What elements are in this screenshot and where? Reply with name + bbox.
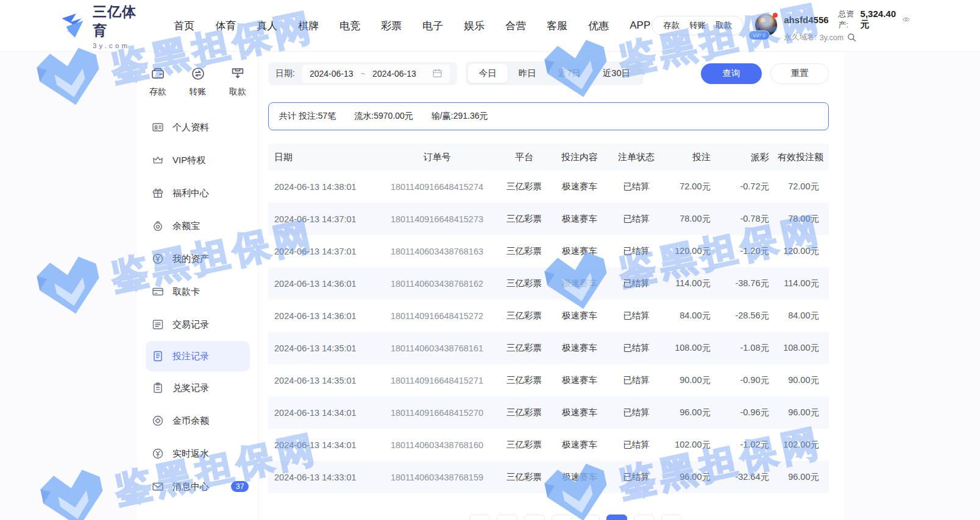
page-button[interactable] xyxy=(524,515,545,520)
table-cell: -1.08元 xyxy=(717,342,775,354)
page-button[interactable] xyxy=(634,515,655,520)
table-cell: 已结算 xyxy=(608,374,664,386)
table-cell: 84.00元 xyxy=(664,310,717,321)
nav-item[interactable]: 真人 xyxy=(255,15,279,37)
range-option[interactable]: 近7日 xyxy=(547,64,592,83)
bet-record-icon xyxy=(152,350,164,362)
quick-range-group: 今日昨日近7日近30日 xyxy=(466,61,644,85)
main-content: 日期: 2024-06-13 ~ 2024-06-13 今日昨日近7日近30日 … xyxy=(259,52,844,520)
table-cell: 极速赛车 xyxy=(551,342,608,354)
quick-action[interactable]: 转账 xyxy=(190,66,207,97)
sidebar-item[interactable]: 福利中心 xyxy=(146,177,250,209)
sidebar-item[interactable]: 消息中心37 xyxy=(146,470,250,503)
sidebar-item-label: VIP特权 xyxy=(172,155,205,166)
table-cell: 72.00元 xyxy=(664,181,717,192)
sidebar-item[interactable]: 投注记录 xyxy=(146,341,250,371)
range-option[interactable]: 今日 xyxy=(468,64,508,83)
quick-action[interactable]: 取款 xyxy=(229,66,246,97)
nav-item[interactable]: 彩票 xyxy=(380,15,403,37)
date-to[interactable]: 2024-06-13 xyxy=(372,69,416,79)
deposit-wallet-icon xyxy=(151,66,165,81)
table-cell: 96.00元 xyxy=(775,471,829,483)
bank-card-icon xyxy=(152,286,164,298)
page-button[interactable] xyxy=(661,515,682,520)
table-cell: 1801140603438768163 xyxy=(377,247,497,256)
sidebar-item[interactable]: 金币余额 xyxy=(146,404,250,437)
query-button[interactable]: 查询 xyxy=(701,63,762,84)
table-cell: -32.64元 xyxy=(717,471,775,483)
wallet-action[interactable]: 转账 xyxy=(689,20,706,31)
search-icon[interactable] xyxy=(847,32,857,43)
table-cell: 102.00元 xyxy=(775,439,829,451)
table-cell: -0.72元 xyxy=(717,181,775,192)
nav-item[interactable]: 客服 xyxy=(545,15,569,37)
sidebar-item[interactable]: 我的资产 xyxy=(146,242,250,275)
page-button[interactable] xyxy=(552,515,572,520)
table-cell: 2024-06-13 14:36:01 xyxy=(268,279,377,289)
sidebar-item-label: 我的资产 xyxy=(172,253,209,265)
table-cell: 120.00元 xyxy=(664,245,717,257)
table-cell: 1801140603438768162 xyxy=(377,279,497,289)
nav-item[interactable]: APP xyxy=(628,16,652,35)
sidebar-item[interactable]: 余额宝 xyxy=(146,209,250,242)
page-button[interactable] xyxy=(606,515,627,520)
watermark-logo-icon xyxy=(31,248,109,326)
table-row: 2024-06-13 14:37:011801140603438768163三亿… xyxy=(268,235,829,267)
wallet-action[interactable]: 存款 xyxy=(663,20,680,31)
brand[interactable]: 三亿体育 3y.com xyxy=(58,2,143,49)
table-cell: -28.56元 xyxy=(717,310,775,321)
table-row: 2024-06-13 14:35:011801140603438768161三亿… xyxy=(268,332,829,364)
reset-button[interactable]: 重置 xyxy=(770,63,829,84)
date-from[interactable]: 2024-06-13 xyxy=(310,69,353,79)
nav-item[interactable]: 电子 xyxy=(421,15,444,37)
table-row: 2024-06-13 14:38:011801140916648415274三亿… xyxy=(268,170,829,203)
user-info: ahsfd4556 总资产: 5,324.40元 永久域名: 3y.com xyxy=(784,9,912,43)
transfer-icon xyxy=(191,66,205,81)
page-button[interactable] xyxy=(497,515,517,520)
nav-item[interactable]: 娱乐 xyxy=(463,15,486,37)
nav-item[interactable]: 优惠 xyxy=(587,15,610,37)
table-row: 2024-06-13 14:36:011801140603438768162三亿… xyxy=(268,267,829,300)
quick-action[interactable]: 存款 xyxy=(149,66,166,97)
table-cell: 极速赛车 xyxy=(551,181,608,192)
range-option[interactable]: 昨日 xyxy=(508,64,547,83)
sidebar-item[interactable]: 兑奖记录 xyxy=(146,371,250,404)
eye-icon[interactable] xyxy=(901,15,912,24)
sidebar-item[interactable]: 个人资料 xyxy=(146,111,250,144)
table-cell: 极速赛车 xyxy=(551,278,608,289)
table-cell: 72.00元 xyxy=(775,181,829,192)
table-cell: 108.00元 xyxy=(664,342,717,354)
wallet-action[interactable]: 取款 xyxy=(715,20,732,31)
table-cell: 1801140916648415270 xyxy=(377,408,497,418)
quick-action-label: 存款 xyxy=(149,86,166,97)
vip-badge: VIP 0 xyxy=(748,30,770,40)
nav-item[interactable]: 电竞 xyxy=(338,15,361,37)
watermark-logo-icon xyxy=(35,461,113,520)
date-range-input[interactable]: 2024-06-13 ~ 2024-06-13 xyxy=(302,65,450,83)
nav-item[interactable]: 体育 xyxy=(214,15,237,37)
table-cell: 1801140916648415274 xyxy=(377,182,497,192)
table-cell: 2024-06-13 14:34:01 xyxy=(268,440,377,450)
sidebar-item[interactable]: VIP特权 xyxy=(146,144,250,177)
page-button[interactable] xyxy=(469,515,490,520)
brand-domain: 3y.com xyxy=(93,42,143,49)
table-cell: 1801140603438768161 xyxy=(377,343,497,353)
table-cell: 1801140916648415272 xyxy=(377,311,497,321)
sidebar-item[interactable]: 取款卡 xyxy=(146,275,250,308)
nav-item[interactable]: 合营 xyxy=(504,15,527,37)
nav-item[interactable]: 首页 xyxy=(172,15,196,37)
range-option[interactable]: 近30日 xyxy=(592,64,641,83)
nav-item[interactable]: 棋牌 xyxy=(297,15,320,37)
sidebar-item-label: 消息中心 xyxy=(172,481,209,493)
table-cell: 78.00元 xyxy=(664,213,717,225)
calendar-icon[interactable] xyxy=(432,68,442,79)
sidebar-item[interactable]: 实时返水 xyxy=(146,437,250,470)
table-row: 2024-06-13 14:36:011801140916648415272三亿… xyxy=(268,300,829,332)
column-header: 订单号 xyxy=(377,152,497,163)
sidebar-item[interactable]: 交易记录 xyxy=(146,308,250,341)
page-button[interactable] xyxy=(579,515,600,520)
quick-action-label: 转账 xyxy=(190,86,207,97)
table-cell: -0.90元 xyxy=(717,374,775,386)
column-header: 投注 xyxy=(664,152,717,163)
table-cell: -1.02元 xyxy=(717,439,775,451)
